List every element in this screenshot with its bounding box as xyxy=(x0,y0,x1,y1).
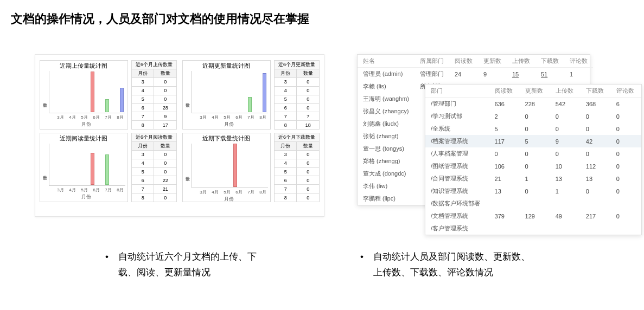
table-cell: 13 xyxy=(550,172,581,185)
table-row[interactable]: /学习测试部20000 xyxy=(425,110,641,122)
mini-table-row: 30 xyxy=(275,78,320,87)
mini-table-cell: 0 xyxy=(297,185,320,193)
mini-table-cell: 0 xyxy=(297,95,320,104)
table-cell: 13 xyxy=(489,185,520,197)
table-row[interactable]: /图纸管理系统1060101120 xyxy=(425,160,641,172)
table-row[interactable]: /人事档案管理00000 xyxy=(425,147,641,160)
table-header: 姓名 xyxy=(358,55,415,68)
table-cell: 0 xyxy=(581,185,611,197)
table-cell: 管理部门 xyxy=(415,68,449,81)
chart-cell: 近期更新量统计图数量3月4月5月6月7月8月月份近6个月更新数量月份数量3040… xyxy=(182,60,320,130)
mini-table-row: 60 xyxy=(275,104,320,112)
table-header: 更新数 xyxy=(520,85,550,98)
mini-table-cell: 8 xyxy=(132,121,154,130)
table-cell: 0 xyxy=(611,172,641,185)
table-cell: 郑格 (zhengg) xyxy=(358,155,415,167)
mini-table-row: 50 xyxy=(275,95,320,104)
table-cell: 0 xyxy=(611,147,641,160)
chart-bar xyxy=(91,153,94,185)
mini-table-row: 30 xyxy=(132,78,177,87)
mini-table-cell: 0 xyxy=(154,95,177,104)
table-row[interactable]: /合同管理系统21113130 xyxy=(425,172,641,185)
mini-table-cell: 0 xyxy=(297,151,320,159)
mini-table-row: 50 xyxy=(275,167,320,176)
table-cell: 0 xyxy=(581,122,611,135)
table-cell: 0 xyxy=(520,110,550,122)
x-tick: 7月 xyxy=(103,114,113,120)
x-tick: 8月 xyxy=(115,114,125,120)
x-axis-label: 月份 xyxy=(47,193,125,201)
table-header: 下载数 xyxy=(581,85,611,98)
table-row[interactable]: /档案管理系统11759420 xyxy=(425,135,641,147)
table-cell: 0 xyxy=(611,135,641,147)
table-row[interactable]: 管理员 (admin)管理部门24915511 xyxy=(358,68,593,81)
mini-table-row: 30 xyxy=(132,151,177,159)
chart-title: 近期更新量统计图 xyxy=(184,62,268,70)
mini-table-title: 近6个月上传数量 xyxy=(132,61,177,69)
mini-table-header: 数量 xyxy=(154,69,177,78)
table-cell: 24 xyxy=(449,68,478,81)
table-cell: 6 xyxy=(611,98,641,111)
page-title: 文档的操作情况，人员及部门对文档的使用情况尽在掌握 xyxy=(11,11,644,27)
x-tick: 6月 xyxy=(91,187,101,193)
mini-table-cell: 22 xyxy=(154,176,177,185)
table-row[interactable]: /管理部门6362285423686 xyxy=(425,98,641,111)
mini-table-cell: 0 xyxy=(297,193,320,202)
table-row[interactable]: /客户管理系统 xyxy=(425,222,641,235)
table-cell: 张韬 (zhangt) xyxy=(358,130,415,143)
mini-table-cell: 6 xyxy=(132,104,154,112)
chart-title: 近期阅读量统计图 xyxy=(41,134,125,143)
mini-table-row: 80 xyxy=(132,193,177,202)
mini-table-cell: 0 xyxy=(154,193,177,202)
mini-table-cell: 5 xyxy=(132,167,154,176)
mini-table-header: 月份 xyxy=(275,142,297,151)
table-row[interactable]: /全系统50000 xyxy=(425,122,641,135)
bullet-right: • 自动统计人员及部门阅读数、更新数、上传数、下载数、评论数情况 xyxy=(360,249,534,281)
bullet-dot-icon: • xyxy=(360,249,364,281)
x-tick: 3月 xyxy=(198,189,208,195)
x-tick: 5月 xyxy=(222,189,232,195)
mini-table-cell: 8 xyxy=(275,121,297,130)
x-tick: 4月 xyxy=(67,114,78,120)
table-cell: 0 xyxy=(611,185,641,197)
table-cell xyxy=(489,222,520,235)
chart-plot-area xyxy=(192,71,268,113)
mini-table-cell: 7 xyxy=(275,185,297,193)
chart: 近期更新量统计图数量3月4月5月6月7月8月月份 xyxy=(182,60,271,130)
x-tick: 7月 xyxy=(103,187,113,193)
mini-table-cell: 7 xyxy=(132,112,154,121)
chart: 近期下载量统计图数量3月4月5月6月7月8月月份 xyxy=(182,133,271,202)
table-row[interactable]: /知识管理系统130100 xyxy=(425,185,641,197)
table-cell: 王海明 (wanghm) xyxy=(358,93,415,105)
chart-cell: 近期上传量统计图数量3月4月5月6月7月8月月份近6个月上传数量月份数量3040… xyxy=(40,60,177,130)
table-cell: /合同管理系统 xyxy=(425,172,489,185)
table-cell: 1 xyxy=(520,172,550,185)
mini-table-row: 817 xyxy=(132,121,177,130)
table-cell: 21 xyxy=(489,172,520,185)
chart-data-table: 近6个月上传数量月份数量30405062879817 xyxy=(131,60,177,130)
table-header: 上传数 xyxy=(550,85,581,98)
table-cell xyxy=(489,197,520,210)
mini-table-cell: 5 xyxy=(275,95,297,104)
mini-table-cell: 8 xyxy=(132,193,154,202)
table-cell: /学习测试部 xyxy=(425,110,489,122)
table-cell: 228 xyxy=(520,98,550,111)
mini-table-cell: 4 xyxy=(132,159,154,167)
mini-table-row: 40 xyxy=(275,86,320,95)
x-tick: 3月 xyxy=(198,114,208,120)
x-tick: 5月 xyxy=(79,187,90,193)
table-cell: 李鹏程 (lipc) xyxy=(358,192,415,205)
table-header: 评论数 xyxy=(611,85,641,98)
mini-table-cell: 5 xyxy=(132,95,154,104)
mini-table-header: 数量 xyxy=(297,142,320,151)
mini-table-cell: 3 xyxy=(275,78,297,87)
x-tick: 6月 xyxy=(91,114,101,120)
table-row[interactable]: /数据客户环境部署 xyxy=(425,197,641,210)
table-cell: /客户管理系统 xyxy=(425,222,489,235)
table-header: 所属部门 xyxy=(415,55,449,68)
table-cell: 117 xyxy=(489,135,520,147)
table-row[interactable]: /文档管理系统379129492170 xyxy=(425,210,641,222)
table-cell xyxy=(611,197,641,210)
mini-table-cell: 0 xyxy=(297,78,320,87)
x-axis-label: 月份 xyxy=(189,196,268,203)
